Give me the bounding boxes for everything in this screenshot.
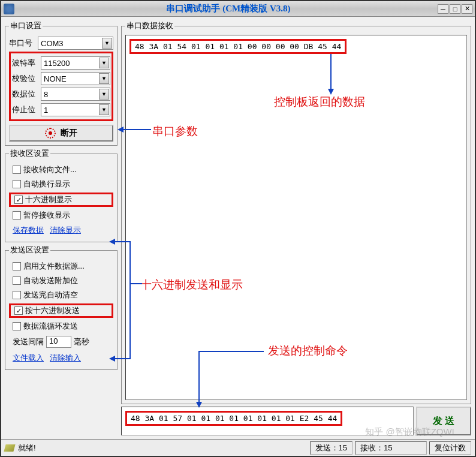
port-label: 串口号 <box>9 38 38 49</box>
checkbox[interactable] <box>13 262 21 270</box>
disconnect-button[interactable]: 断开 <box>9 125 113 142</box>
file-source-label: 启用文件数据源... <box>23 261 85 272</box>
parity-combo[interactable]: NONE ▼ <box>41 72 110 85</box>
stopbits-value: 1 <box>44 106 48 115</box>
parity-value: NONE <box>44 74 67 83</box>
checkbox[interactable] <box>13 291 21 299</box>
status-ready: 就绪! <box>18 443 36 453</box>
serial-settings-group: 串口设置 串口号 COM3 ▼ 波特率 115200 ▼ 校验位 <box>5 20 118 146</box>
baud-label: 波特率 <box>12 58 41 68</box>
disconnect-label: 断开 <box>61 128 77 139</box>
checkbox-checked[interactable]: ✓ <box>14 306 23 315</box>
send-textarea[interactable]: 48 3A 01 57 01 01 01 01 01 01 01 01 E2 4… <box>121 407 414 435</box>
window-title: 串口调试助手 (CM精装版 V3.8) <box>19 3 438 14</box>
port-value: COM3 <box>41 39 64 48</box>
connection-icon <box>45 128 56 139</box>
serial-settings-legend: 串口设置 <box>9 20 43 31</box>
auto-clear-row[interactable]: 发送完自动清空 <box>9 288 113 302</box>
auto-wrap-row[interactable]: 自动换行显示 <box>9 177 113 191</box>
auto-extra-label: 自动发送附加位 <box>23 275 78 286</box>
minimize-button[interactable]: ─ <box>438 4 448 14</box>
checkbox[interactable] <box>13 276 21 285</box>
sent-counter: 发送：15 <box>310 441 353 455</box>
chevron-down-icon[interactable]: ▼ <box>99 89 109 100</box>
databits-value: 8 <box>44 90 48 99</box>
baud-value: 115200 <box>44 59 70 68</box>
file-source-row[interactable]: 启用文件数据源... <box>9 259 113 273</box>
status-icon <box>4 444 15 452</box>
cycle-send-row[interactable]: 数据流循环发送 <box>9 319 113 333</box>
databits-combo[interactable]: 8 ▼ <box>41 88 110 101</box>
reset-counter-button[interactable]: 复位计数 <box>429 441 471 455</box>
clear-display-link[interactable]: 清除显示 <box>50 225 81 236</box>
maximize-button[interactable]: □ <box>450 4 460 14</box>
recv-data-legend: 串口数据接收 <box>125 20 174 31</box>
hex-send-row[interactable]: ✓ 按十六进制发送 <box>9 303 113 318</box>
hex-display-label: 十六进制显示 <box>25 194 72 205</box>
interval-label: 发送间隔 <box>13 336 44 347</box>
save-data-link[interactable]: 保存数据 <box>13 225 44 236</box>
pause-recv-row[interactable]: 暂停接收显示 <box>9 208 113 223</box>
cycle-send-label: 数据流循环发送 <box>23 321 78 332</box>
interval-input[interactable]: 10 <box>46 336 71 348</box>
clear-input-link[interactable]: 清除输入 <box>50 353 81 363</box>
checkbox[interactable] <box>13 211 21 220</box>
recv-settings-legend: 接收区设置 <box>9 148 50 159</box>
stopbits-combo[interactable]: 1 ▼ <box>41 103 110 116</box>
app-icon <box>4 4 14 14</box>
statusbar: 就绪! 发送：15 接收：15 复位计数 <box>1 439 475 456</box>
recv-to-file-row[interactable]: 接收转向文件... <box>9 163 113 177</box>
stopbits-label: 停止位 <box>12 104 41 115</box>
port-combo[interactable]: COM3 ▼ <box>38 37 113 50</box>
chevron-down-icon[interactable]: ▼ <box>99 73 109 84</box>
pause-recv-label: 暂停接收显示 <box>23 210 70 221</box>
auto-clear-label: 发送完自动清空 <box>23 290 78 300</box>
recv-textarea[interactable]: 48 3A 01 54 01 01 01 01 00 00 00 00 DB 4… <box>125 35 467 400</box>
recv-settings-group: 接收区设置 接收转向文件... 自动换行显示 ✓ 十六进制显示 暂停接收显示 保… <box>5 148 118 242</box>
file-load-link[interactable]: 文件载入 <box>13 353 44 363</box>
recv-counter: 接收：15 <box>355 441 427 455</box>
interval-unit: 毫秒 <box>74 336 89 347</box>
checkbox[interactable] <box>13 166 21 174</box>
recv-data-group: 串口数据接收 48 3A 01 54 01 01 01 01 00 00 00 … <box>121 20 471 404</box>
send-button[interactable]: 发 送 <box>416 407 471 435</box>
baud-combo[interactable]: 115200 ▼ <box>41 56 110 70</box>
checkbox[interactable] <box>13 180 21 188</box>
chevron-down-icon[interactable]: ▼ <box>99 58 109 68</box>
send-settings-group: 发送区设置 启用文件数据源... 自动发送附加位 发送完自动清空 ✓ 按十六进制… <box>5 245 118 370</box>
send-settings-legend: 发送区设置 <box>9 245 50 255</box>
send-data-text: 48 3A 01 57 01 01 01 01 01 01 01 01 E2 4… <box>125 411 342 426</box>
chevron-down-icon[interactable]: ▼ <box>102 38 112 49</box>
databits-label: 数据位 <box>12 89 41 100</box>
hex-send-label: 按十六进制发送 <box>25 305 80 316</box>
recv-to-file-label: 接收转向文件... <box>23 164 77 175</box>
hex-display-row[interactable]: ✓ 十六进制显示 <box>9 193 113 207</box>
checkbox-checked[interactable]: ✓ <box>14 196 23 204</box>
checkbox[interactable] <box>13 322 21 330</box>
parity-label: 校验位 <box>12 73 41 84</box>
recv-data-text: 48 3A 01 54 01 01 01 01 00 00 00 00 DB 4… <box>129 39 347 54</box>
close-button[interactable]: ✕ <box>462 4 472 14</box>
titlebar: 串口调试助手 (CM精装版 V3.8) ─ □ ✕ <box>1 1 475 17</box>
auto-extra-row[interactable]: 自动发送附加位 <box>9 273 113 288</box>
left-panel: 串口设置 串口号 COM3 ▼ 波特率 115200 ▼ 校验位 <box>5 20 118 435</box>
auto-wrap-label: 自动换行显示 <box>23 179 70 190</box>
chevron-down-icon[interactable]: ▼ <box>99 104 109 115</box>
right-panel: 串口数据接收 48 3A 01 54 01 01 01 01 00 00 00 … <box>121 20 471 435</box>
